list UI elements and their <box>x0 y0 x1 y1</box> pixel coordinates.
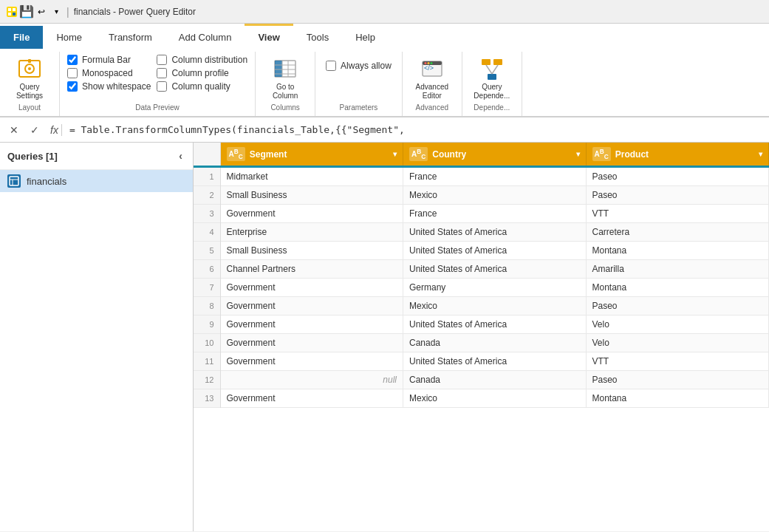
row-number: 7 <box>194 279 220 297</box>
country-dropdown[interactable]: ▾ <box>576 150 580 158</box>
svg-rect-2 <box>13 8 16 11</box>
formula-bar-label: Formula Bar <box>82 55 131 65</box>
cell-product: VTT <box>586 352 769 371</box>
col-profile-checkbox[interactable] <box>157 68 167 78</box>
row-num-header <box>194 143 220 167</box>
table-row: 7GovernmentGermanyMontana <box>194 279 769 297</box>
svg-rect-24 <box>488 74 496 80</box>
tab-view[interactable]: View <box>245 24 293 49</box>
dropdown-icon[interactable]: ▾ <box>50 6 62 18</box>
col-quality-checkbox[interactable] <box>157 81 167 92</box>
col-profile-checkbox-row[interactable]: Column profile <box>157 68 247 78</box>
svg-text:</>: </> <box>424 64 434 72</box>
svg-point-7 <box>28 67 31 70</box>
row-number: 12 <box>194 371 220 389</box>
advanced-editor-label: AdvancedEditor <box>416 83 448 100</box>
cell-product: Velo <box>586 316 769 334</box>
tab-add-column[interactable]: Add Column <box>165 26 245 49</box>
undo-icon[interactable]: ↩ <box>35 6 47 18</box>
cell-segment: null <box>220 371 403 389</box>
svg-rect-22 <box>482 59 491 65</box>
query-label: financials <box>27 176 66 187</box>
table-row: 6Channel PartnersUnited States of Americ… <box>194 260 769 279</box>
col-header-segment[interactable]: ABC Segment ▾ <box>220 143 403 167</box>
cell-product: Paseo <box>586 371 769 389</box>
tab-transform[interactable]: Transform <box>95 26 165 49</box>
cell-country: Canada <box>403 334 587 352</box>
col-distribution-label: Column distribution <box>171 55 247 65</box>
data-grid[interactable]: ABC Segment ▾ ABC Country ▾ <box>194 143 769 531</box>
monospaced-checkbox[interactable] <box>67 68 78 78</box>
row-number: 13 <box>194 389 220 408</box>
row-number: 11 <box>194 352 220 371</box>
cell-country: Canada <box>403 371 587 389</box>
svg-rect-10 <box>275 61 282 77</box>
ribbon-group-columns: Go toColumn Columns <box>256 52 315 116</box>
col-quality-checkbox-row[interactable]: Column quality <box>157 81 247 92</box>
table-row: 5Small BusinessUnited States of AmericaM… <box>194 242 769 260</box>
cell-country: United States of America <box>403 260 587 279</box>
segment-col-label: Segment <box>250 149 287 160</box>
svg-rect-3 <box>8 13 11 16</box>
col-header-product[interactable]: ABC Product ▾ <box>586 143 769 167</box>
show-whitespace-checkbox-row[interactable]: Show whitespace <box>67 81 151 92</box>
tab-tools[interactable]: Tools <box>293 26 342 49</box>
collapse-button[interactable]: ‹ <box>176 149 185 163</box>
cell-segment: Government <box>220 316 403 334</box>
goto-column-button[interactable]: Go toColumn <box>266 55 304 103</box>
row-number: 5 <box>194 242 220 260</box>
cell-country: France <box>403 167 587 186</box>
formula-bar-checkbox-row[interactable]: Formula Bar <box>67 55 151 65</box>
svg-point-20 <box>427 62 429 64</box>
show-whitespace-checkbox[interactable] <box>67 81 78 92</box>
cell-segment: Government <box>220 205 403 223</box>
table-row: 12nullCanadaPaseo <box>194 371 769 389</box>
monospaced-checkbox-row[interactable]: Monospaced <box>67 68 151 78</box>
table-row: 8GovernmentMexicoPaseo <box>194 297 769 316</box>
query-settings-button[interactable]: QuerySettings <box>10 55 49 103</box>
formula-input[interactable] <box>69 124 763 135</box>
always-allow-label: Always allow <box>341 61 392 71</box>
queries-panel: Queries [1] ‹ financials <box>0 143 194 531</box>
query-dependencies-button[interactable]: QueryDepende... <box>473 55 511 103</box>
col-header-country[interactable]: ABC Country ▾ <box>403 143 587 167</box>
always-allow-checkbox[interactable] <box>326 61 336 71</box>
always-allow-checkbox-row[interactable]: Always allow <box>326 61 392 71</box>
tab-home[interactable]: Home <box>43 26 95 49</box>
row-number: 6 <box>194 260 220 279</box>
cell-product: Amarilla <box>586 260 769 279</box>
query-item-financials[interactable]: financials <box>0 170 193 192</box>
svg-rect-1 <box>8 8 11 11</box>
cell-segment: Government <box>220 352 403 371</box>
queries-header: Queries [1] ‹ <box>0 143 193 170</box>
cell-product: Carretera <box>586 223 769 242</box>
cell-country: United States of America <box>403 352 587 371</box>
table-row: 9GovernmentUnited States of AmericaVelo <box>194 316 769 334</box>
formula-cancel-button[interactable]: ✕ <box>6 122 22 138</box>
col-distribution-checkbox-row[interactable]: Column distribution <box>157 55 247 65</box>
table-row: 10GovernmentCanadaVelo <box>194 334 769 352</box>
country-col-label: Country <box>432 149 466 160</box>
save-icon[interactable]: 💾 <box>21 6 33 18</box>
tab-file[interactable]: File <box>0 26 43 49</box>
title-bar: 💾 ↩ ▾ | financials - Power Query Editor <box>0 0 769 24</box>
segment-dropdown[interactable]: ▾ <box>393 150 397 158</box>
col-distribution-checkbox[interactable] <box>157 55 167 65</box>
cell-country: France <box>403 205 587 223</box>
advanced-editor-button[interactable]: </> AdvancedEditor <box>413 55 451 103</box>
formula-bar-checkbox[interactable] <box>67 55 78 65</box>
ribbon-group-advanced: </> AdvancedEditor Advanced <box>403 52 462 116</box>
cell-segment: Enterprise <box>220 223 403 242</box>
query-table-icon <box>7 174 21 188</box>
columns-group-label: Columns <box>270 103 299 113</box>
cell-segment: Government <box>220 389 403 408</box>
ribbon-group-query-settings: QuerySettings Layout <box>0 52 60 116</box>
formula-confirm-button[interactable]: ✓ <box>27 122 43 138</box>
cell-product: Velo <box>586 334 769 352</box>
title-icons: 💾 ↩ ▾ <box>6 6 62 18</box>
row-number: 10 <box>194 334 220 352</box>
product-dropdown[interactable]: ▾ <box>759 150 762 158</box>
fx-label: fx <box>47 124 62 136</box>
svg-line-25 <box>486 65 492 74</box>
tab-help[interactable]: Help <box>342 26 389 49</box>
